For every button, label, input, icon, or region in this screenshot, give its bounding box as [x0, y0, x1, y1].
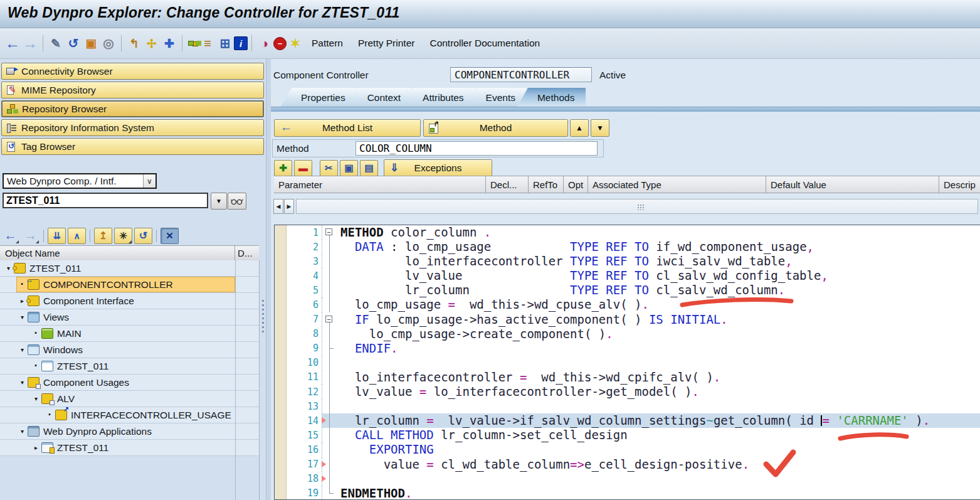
scroll-top-icon[interactable]: ∧ [68, 228, 86, 244]
collapse-icon[interactable]: ▾ [18, 379, 27, 386]
breakpoint-gutter[interactable] [275, 341, 287, 356]
param-column-default-value[interactable]: Default Value [766, 176, 939, 193]
info-icon[interactable]: i [234, 36, 248, 50]
navigate-icon[interactable]: ✚ [161, 34, 178, 53]
mime-repository-button[interactable]: MIME Repository [1, 82, 264, 98]
back-icon[interactable]: ← [4, 34, 21, 53]
breakpoint-gutter[interactable] [275, 240, 287, 254]
connectivity-browser-button[interactable]: Connectivity Browser [1, 63, 264, 80]
code-line[interactable]: lo_interfacecontroller = wd_this->wd_cpi… [339, 370, 980, 385]
breakpoint-gutter[interactable] [275, 370, 287, 385]
code-line[interactable]: lr_column = lv_value->if_salv_wd_column_… [339, 413, 980, 428]
param-column-associated-type[interactable]: Associated Type [588, 176, 766, 193]
chevron-down-icon[interactable]: ∨ [143, 174, 155, 188]
breakpoint-gutter[interactable] [275, 486, 287, 500]
close-icon[interactable]: ✕ [161, 228, 179, 244]
breakpoint-gutter[interactable] [275, 399, 287, 413]
code-line[interactable]: ENDMETHOD. [339, 486, 980, 500]
method-button[interactable]: Method [423, 119, 568, 137]
code-line[interactable] [339, 356, 980, 370]
controller-name-field[interactable]: COMPONENTCONTROLLER [450, 67, 592, 82]
settings-icon[interactable]: ✳ [114, 228, 132, 244]
tree-item-component-usages[interactable]: ▾Component Usages [0, 375, 259, 391]
breakpoint-gutter[interactable] [275, 327, 287, 341]
tree-item-alv[interactable]: ▾ALV [0, 391, 259, 407]
tree-item-windows[interactable]: ▾Windows [0, 342, 259, 358]
code-line[interactable]: lr_column TYPE REF TO cl_salv_wd_column. [339, 283, 980, 297]
breakpoint-gutter[interactable] [275, 457, 287, 472]
code-line[interactable]: value = cl_wd_table_column=>e_cell_desig… [339, 457, 980, 472]
previous-method-button[interactable]: ▲ [570, 119, 589, 137]
splitter-grip[interactable] [261, 299, 265, 334]
breakpoint-gutter[interactable] [275, 442, 287, 457]
repository-browser-button[interactable]: Repository Browser [1, 100, 264, 117]
method-name-input[interactable] [356, 141, 598, 156]
test-icon[interactable]: ✢ [143, 34, 161, 53]
activate-icon[interactable]: ◎ [100, 34, 117, 53]
abap-code-editor[interactable]: 1METHOD color_column .2 DATA : lo_cmp_us… [274, 225, 980, 500]
tab-events[interactable]: Events [466, 88, 527, 107]
forward-icon[interactable]: → [21, 34, 39, 53]
breakpoint-gutter[interactable] [275, 312, 287, 327]
tag-browser-button[interactable]: Tag Browser [1, 138, 264, 155]
collapse-icon[interactable]: ▾ [18, 314, 27, 321]
column-header-object-name[interactable]: Object Name [0, 246, 235, 260]
object-type-select[interactable]: Web Dynpro Comp. / Intf. ∨ [3, 173, 157, 189]
paste-icon[interactable]: ▤ [360, 160, 378, 176]
pattern-button[interactable]: Pattern [304, 35, 350, 52]
collapse-icon[interactable]: ▾ [31, 395, 41, 402]
tree-item-component-interface[interactable]: ▸Component Interface [0, 293, 259, 309]
pretty-printer-button[interactable]: Pretty Printer [350, 35, 422, 52]
param-column-refto[interactable]: RefTo [529, 176, 564, 193]
new-session-icon[interactable]: ✶ [287, 34, 304, 53]
param-column-descrip[interactable]: Descrip [939, 176, 980, 193]
code-line[interactable]: lo_interfacecontroller TYPE REF TO iwci_… [339, 254, 980, 269]
breakpoint-gutter[interactable] [275, 254, 287, 269]
cut-icon[interactable]: ✂ [320, 160, 338, 176]
sql-trace-icon[interactable]: − [273, 37, 287, 50]
code-line[interactable]: lv_value TYPE REF TO cl_salv_wd_config_t… [339, 269, 980, 283]
column-header-description[interactable]: D... [235, 248, 259, 258]
tab-properties[interactable]: Properties [281, 88, 357, 107]
tree-item-interfacecontroller-usage[interactable]: ·INTERFACECONTROLLER_USAGE [0, 407, 259, 423]
scroll-bottom-icon[interactable]: ⇊ [48, 228, 66, 244]
breakpoint-gutter[interactable] [275, 225, 287, 240]
method-list-button[interactable]: ← Method List [274, 119, 421, 137]
copy-icon[interactable]: ▣ [82, 34, 100, 53]
code-line[interactable]: lv_value = lo_interfacecontroller->get_m… [339, 385, 980, 399]
where-used-icon[interactable]: ↰ [125, 34, 143, 53]
tab-attributes[interactable]: Attributes [403, 88, 475, 107]
nav-forward-icon[interactable]: → [21, 228, 40, 244]
tree-item-web-dynpro-applications[interactable]: ▾Web Dynpro Applications [0, 423, 259, 440]
code-line[interactable]: DATA : lo_cmp_usage TYPE REF TO if_wd_co… [339, 240, 980, 254]
breakpoint-gutter[interactable] [275, 269, 287, 283]
display-change-icon[interactable]: ✎ [47, 34, 65, 53]
code-line[interactable]: METHOD color_column . [339, 225, 980, 240]
param-column-opt[interactable]: Opt [564, 176, 588, 193]
nav-back-icon[interactable]: ← [1, 228, 19, 244]
next-method-button[interactable]: ▼ [591, 119, 609, 137]
scroll-left-button[interactable]: ◀ [273, 199, 283, 214]
code-line[interactable]: lo_cmp_usage->create_component( ). [339, 327, 980, 341]
collapse-icon[interactable]: ▾ [18, 428, 27, 435]
worklist-icon[interactable]: ≡ [199, 34, 216, 53]
expand-icon[interactable]: ▸ [18, 297, 27, 304]
tab-methods[interactable]: Methods [517, 88, 586, 107]
breakpoint-gutter[interactable] [275, 283, 287, 297]
hierarchy-up-icon[interactable]: ↥ [94, 228, 112, 244]
object-name-dropdown-button[interactable]: ▼ [211, 193, 227, 210]
code-line[interactable] [339, 399, 980, 413]
breakpoint-gutter[interactable] [275, 472, 287, 486]
object-name-input[interactable] [3, 193, 208, 208]
param-column-decl[interactable]: Decl... [486, 176, 529, 193]
tab-context[interactable]: Context [347, 88, 412, 107]
tree-item-ztest-011[interactable]: ▸ZTEST_011 [0, 440, 259, 456]
param-column-parameter[interactable]: Parameter [274, 176, 486, 193]
table-view-icon[interactable]: ⊞ [216, 34, 234, 53]
repository-information-system-button[interactable]: Repository Information System [1, 119, 264, 136]
hierarchy-icon[interactable] [186, 38, 199, 49]
breakpoint-gutter[interactable] [275, 297, 287, 312]
tree-item-componentcontroller[interactable]: ·COMPONENTCONTROLLER [0, 277, 259, 293]
breakpoint-gutter[interactable] [275, 413, 287, 428]
scrollbar-track[interactable] [296, 199, 978, 214]
